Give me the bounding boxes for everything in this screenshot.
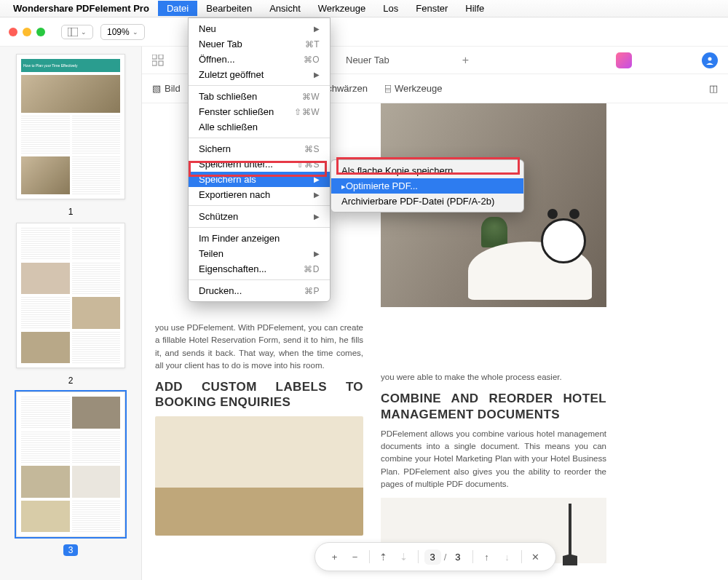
menu-teilen[interactable]: Teilen▶ [189, 246, 330, 261]
menu-fenster-schliessen[interactable]: Fenster schließen⇧⌘W [189, 104, 330, 119]
svg-rect-4 [152, 61, 157, 65]
traffic-lights [9, 28, 45, 36]
menu-im-finder-anzeigen[interactable]: Im Finder anzeigen [189, 231, 330, 246]
page-total: 3 [449, 549, 466, 565]
minimize-window-button[interactable] [23, 28, 31, 36]
sidebar-icon [68, 28, 78, 36]
menu-speichern-als[interactable]: Speichern als▶ [189, 172, 330, 187]
tool-werkzeuge[interactable]: ⌸Werkzeuge [385, 83, 443, 94]
new-tab-label[interactable]: Neuer Tab [346, 55, 389, 65]
menu-speichern-unter[interactable]: Speichern unter...⇧⌘S [189, 156, 330, 172]
thumbnails-sidebar: How to Plan your Time Effectively 1 2 3 [0, 47, 142, 580]
menu-neu[interactable]: Neu▶ [189, 21, 330, 36]
menu-neuer-tab[interactable]: Neuer Tab⌘T [189, 36, 330, 52]
svg-rect-3 [159, 55, 163, 59]
page-separator: / [444, 552, 447, 563]
doc-right-p1: you were able to make the whole process … [381, 371, 606, 384]
thumb-label-2: 2 [68, 376, 74, 386]
zoom-in-button[interactable]: + [325, 547, 344, 566]
page-current-input[interactable]: 3 [424, 549, 440, 565]
page-thumb-3[interactable] [16, 392, 125, 537]
submenu-optimierte-pdf[interactable]: ▸Optimierte PDF... [331, 178, 523, 194]
menu-exportieren-nach[interactable]: Exportieren nach▶ [189, 187, 330, 202]
app-name: Wondershare PDFelement Pro [13, 3, 149, 14]
thumb1-image [21, 75, 120, 113]
menu-hilfe[interactable]: Hilfe [456, 1, 493, 16]
doc-left-image [155, 416, 363, 536]
system-menubar: Wondershare PDFelement Pro Datei Bearbei… [0, 0, 728, 17]
thumb1-header: How to Plan your Time Effectively [21, 59, 120, 72]
image-icon: ▧ [152, 83, 161, 94]
page-thumb-1[interactable]: How to Plan your Time Effectively [16, 54, 125, 199]
menu-oeffnen[interactable]: Öffnen...⌘O [189, 52, 330, 67]
user-icon [705, 56, 714, 65]
page-thumb-2[interactable] [16, 223, 125, 368]
app-icon[interactable] [616, 52, 632, 68]
next-page-button[interactable]: ↓ [498, 547, 517, 566]
submenu-flache-kopie[interactable]: Als flache Kopie speichern... [331, 163, 523, 178]
toolbox-icon: ⌸ [385, 83, 391, 94]
svg-rect-5 [159, 61, 163, 65]
chevron-down-icon: ⌄ [132, 28, 138, 36]
fit-width-button[interactable]: ⇣ [394, 547, 413, 566]
doc-left-p1: you use PDFelement. With PDFelement, you… [155, 322, 363, 372]
menu-schuetzen[interactable]: Schützen▶ [189, 209, 330, 224]
tool-panel-toggle[interactable]: ◫ [709, 83, 718, 94]
menu-zuletzt-geoeffnet[interactable]: Zuletzt geöffnet▶ [189, 67, 330, 82]
menu-drucken[interactable]: Drucken...⌘P [189, 283, 330, 298]
svg-rect-2 [152, 55, 157, 59]
panel-icon: ◫ [709, 83, 718, 94]
sidebar-toggle-button[interactable]: ⌄ [61, 25, 93, 39]
menu-los[interactable]: Los [374, 1, 407, 16]
page-nav-toolbar: + − ⇡ ⇣ 3 / 3 ↑ ↓ ✕ [314, 542, 555, 571]
menu-fenster[interactable]: Fenster [407, 1, 456, 16]
new-tab-plus[interactable]: + [462, 54, 469, 67]
speichern-als-submenu: Als flache Kopie speichern... ▸Optimiert… [331, 159, 524, 212]
menu-ansicht[interactable]: Ansicht [261, 1, 309, 16]
close-window-button[interactable] [9, 28, 17, 36]
zoom-value: 109% [107, 27, 130, 37]
window-toolbar: ⌄ 109% ⌄ [0, 17, 728, 47]
menu-werkzeuge[interactable]: Werkzeuge [309, 1, 375, 16]
chevron-down-icon: ⌄ [81, 28, 87, 36]
tool-bild[interactable]: ▧Bild [152, 83, 181, 94]
submenu-archivierbare-pdf[interactable]: Archivierbare PDF-Datei (PDF/A-2b) [331, 194, 523, 209]
close-toolbar-button[interactable]: ✕ [526, 547, 545, 566]
menu-bearbeiten[interactable]: Bearbeiten [197, 1, 261, 16]
doc-right-heading: COMBINE AND REORDER HOTEL MANAGEMENT DOC… [381, 391, 606, 422]
zoom-out-button[interactable]: − [345, 547, 364, 566]
svg-rect-0 [68, 28, 78, 36]
thumb-label-1: 1 [68, 207, 74, 217]
menu-eigenschaften[interactable]: Eigenschaften...⌘D [189, 261, 330, 277]
zoom-dropdown[interactable]: 109% ⌄ [100, 24, 145, 40]
menu-datei[interactable]: Datei [158, 1, 197, 16]
grid-icon[interactable] [152, 55, 164, 66]
prev-page-button[interactable]: ↑ [478, 547, 496, 566]
maximize-window-button[interactable] [36, 28, 45, 36]
menu-alle-schliessen[interactable]: Alle schließen [189, 119, 330, 135]
datei-dropdown: Neu▶ Neuer Tab⌘T Öffnen...⌘O Zuletzt geö… [188, 17, 331, 302]
fit-height-button[interactable]: ⇡ [373, 547, 392, 566]
menu-sichern[interactable]: Sichern⌘S [189, 141, 330, 156]
menu-tab-schliessen[interactable]: Tab schließen⌘W [189, 89, 330, 104]
svg-point-6 [708, 57, 712, 61]
thumb-label-3: 3 [63, 544, 79, 556]
doc-left-heading: ADD CUSTOM LABELS TO BOOKING ENQUIRIES [155, 379, 363, 410]
doc-right-p2: PDFelement allows you combine various ho… [381, 428, 606, 490]
user-avatar[interactable] [702, 52, 718, 68]
